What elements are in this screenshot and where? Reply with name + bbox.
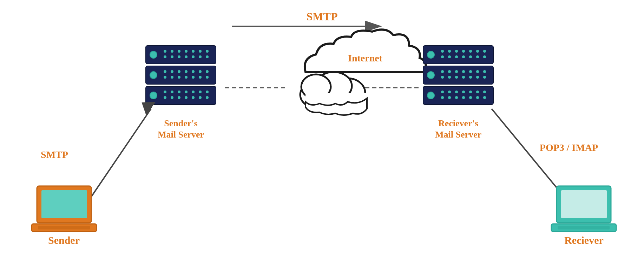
svg-point-63 [476,50,479,53]
svg-point-54 [199,96,202,99]
svg-point-23 [206,55,209,58]
svg-point-93 [462,91,465,93]
svg-point-73 [427,72,434,79]
senders-mail-server-label2: Mail Server [158,129,204,140]
svg-point-12 [178,50,180,53]
svg-point-90 [441,91,444,93]
svg-point-84 [462,76,465,79]
svg-point-33 [164,76,166,79]
svg-point-27 [171,70,173,73]
svg-point-36 [185,76,188,79]
svg-point-77 [462,70,465,73]
svg-point-55 [206,96,209,99]
svg-point-57 [427,51,434,58]
svg-point-76 [455,70,458,73]
svg-point-44 [178,91,180,93]
svg-point-92 [455,91,458,93]
receiver-label: Reciever [564,234,604,246]
svg-point-26 [164,70,166,73]
svg-rect-109 [38,226,90,229]
svg-point-71 [483,55,486,58]
svg-point-102 [476,96,479,99]
svg-point-16 [206,50,209,53]
svg-point-30 [192,70,195,73]
svg-point-53 [192,96,195,99]
internet-label: Internet [348,53,383,64]
svg-point-34 [171,76,173,79]
receiver-mail-server-icon [423,46,493,105]
svg-point-69 [469,55,472,58]
sender-mail-server-icon [146,46,216,105]
svg-point-48 [206,91,209,93]
svg-point-13 [185,50,188,53]
sender-label: Sender [48,234,80,246]
svg-point-82 [448,76,451,79]
svg-point-45 [185,91,188,93]
svg-point-51 [178,96,180,99]
svg-rect-107 [41,190,87,218]
svg-point-64 [483,50,486,53]
smtp-top-label: SMTP [307,10,338,23]
svg-point-62 [469,50,472,53]
svg-point-95 [476,91,479,93]
svg-point-58 [441,50,444,53]
svg-point-43 [171,91,173,93]
svg-point-50 [171,96,173,99]
svg-rect-113 [558,226,610,229]
senders-mail-server-label: Sender's [164,118,197,128]
smtp-arrow-left [84,109,151,207]
svg-point-14 [192,50,195,53]
cloud-shape [305,29,426,72]
svg-point-79 [476,70,479,73]
svg-point-11 [171,50,173,53]
svg-point-38 [199,76,202,79]
svg-point-99 [455,96,458,99]
svg-point-101 [469,96,472,99]
svg-point-78 [469,70,472,73]
cloud-icon [300,72,367,115]
svg-point-103 [483,96,486,99]
svg-point-68 [462,55,465,58]
svg-point-80 [483,70,486,73]
svg-point-52 [185,96,188,99]
svg-point-83 [455,76,458,79]
svg-point-41 [150,92,157,99]
svg-point-96 [483,91,486,93]
svg-point-35 [178,76,180,79]
svg-point-29 [185,70,188,73]
svg-point-10 [164,50,166,53]
receiver-laptop-icon [551,186,616,232]
receivers-mail-server-label2: Mail Server [435,129,481,140]
svg-point-86 [476,76,479,79]
svg-point-46 [192,91,195,93]
svg-point-39 [206,76,209,79]
svg-point-22 [199,55,202,58]
svg-rect-111 [561,190,607,218]
svg-point-21 [192,55,195,58]
svg-point-61 [462,50,465,53]
receivers-mail-server-label: Reciever's [438,118,478,128]
svg-point-85 [469,76,472,79]
smtp-left-label: SMTP [41,149,68,160]
svg-point-18 [171,55,173,58]
svg-point-97 [441,96,444,99]
svg-point-89 [427,92,434,99]
diagram-container: SMTP [0,0,644,260]
svg-point-49 [164,96,166,99]
svg-point-91 [448,91,451,93]
svg-point-47 [199,91,202,93]
svg-point-42 [164,91,166,93]
svg-point-81 [441,76,444,79]
svg-point-17 [164,55,166,58]
sender-laptop-icon [32,186,97,232]
svg-point-19 [178,55,180,58]
svg-point-37 [192,76,195,79]
pop3-imap-arrow [492,109,565,198]
pop3-imap-label: POP3 / IMAP [540,142,598,153]
svg-point-87 [483,76,486,79]
svg-point-98 [448,96,451,99]
svg-point-94 [469,91,472,93]
svg-point-9 [150,51,157,58]
svg-point-20 [185,55,188,58]
svg-point-15 [199,50,202,53]
